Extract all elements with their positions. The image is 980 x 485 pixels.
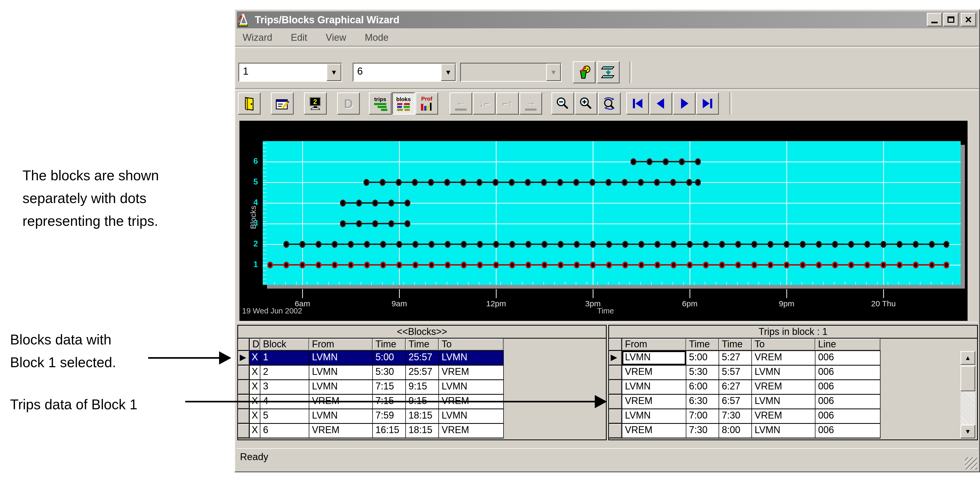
table-cell[interactable]: 7:59 — [373, 409, 406, 423]
trip-dot[interactable] — [671, 262, 676, 268]
chevron-down-icon[interactable]: ▼ — [441, 64, 456, 81]
zoom-reset-button[interactable] — [598, 93, 621, 115]
table-cell[interactable]: LVMN — [309, 380, 373, 394]
table-row[interactable]: VREM5:305:57LVMN006 — [609, 365, 881, 380]
trip-dot[interactable] — [897, 262, 902, 268]
table-cell[interactable]: X — [250, 409, 260, 423]
trip-dot[interactable] — [332, 241, 337, 248]
column-header[interactable]: To — [439, 338, 504, 350]
trip-dot[interactable] — [509, 179, 515, 186]
trip-dot[interactable] — [735, 262, 741, 268]
trip-dot[interactable] — [913, 241, 919, 248]
trip-dot[interactable] — [751, 262, 757, 268]
trip-dot[interactable] — [340, 220, 346, 227]
table-cell[interactable]: 2 — [260, 365, 309, 380]
table-cell[interactable]: 6:30 — [686, 395, 719, 408]
trip-dot[interactable] — [638, 241, 644, 248]
table-row[interactable]: ▶X1LVMN5:0025:57LVMN — [238, 351, 504, 365]
properties-button[interactable] — [271, 93, 294, 115]
row-selector[interactable] — [609, 395, 622, 408]
trip-dot[interactable] — [372, 220, 378, 227]
table-cell[interactable]: LVMN — [752, 395, 815, 408]
table-row[interactable]: LVMN6:006:27VREM006 — [609, 380, 881, 395]
resize-grip[interactable] — [965, 457, 977, 469]
trip-dot[interactable] — [267, 262, 273, 268]
table-cell[interactable]: X — [250, 365, 260, 380]
vertical-scrollbar[interactable]: ▲ ▼ — [961, 351, 975, 439]
column-header[interactable]: From — [309, 338, 373, 350]
trip-dot[interactable] — [380, 179, 385, 186]
row-selector[interactable]: ▶ — [238, 351, 250, 365]
table-cell[interactable]: VREM — [622, 424, 686, 438]
table-row[interactable]: VREM6:306:57LVMN006 — [609, 395, 881, 409]
table-cell[interactable]: 006 — [815, 380, 881, 394]
table-cell[interactable]: X — [250, 380, 260, 394]
table-cell[interactable]: 5 — [260, 409, 309, 423]
table-cell[interactable]: LVMN — [622, 409, 686, 423]
splitter[interactable] — [237, 322, 978, 325]
table-row[interactable]: X2LVMN5:3025:57VREM — [238, 365, 504, 380]
table-cell[interactable]: VREM — [752, 409, 815, 423]
table-cell[interactable]: VREM — [622, 365, 686, 380]
trip-dot[interactable] — [542, 262, 547, 268]
table-cell[interactable]: 18:15 — [406, 424, 439, 438]
trip-dot[interactable] — [751, 241, 757, 248]
table-cell[interactable]: 5:30 — [686, 365, 719, 380]
zoom-in-button[interactable] — [575, 93, 597, 115]
trip-dot[interactable] — [372, 199, 378, 206]
zoom-out-button[interactable] — [551, 93, 574, 115]
table-cell[interactable]: 7:15 — [373, 380, 406, 394]
nav-prev-button[interactable] — [649, 93, 672, 115]
table-cell[interactable]: X — [250, 351, 260, 365]
trip-dot[interactable] — [816, 241, 822, 248]
row-selector[interactable] — [238, 409, 250, 423]
trip-dot[interactable] — [404, 199, 410, 206]
row-selector[interactable] — [609, 409, 622, 423]
trip-dot[interactable] — [686, 179, 692, 186]
trip-dot[interactable] — [340, 199, 346, 206]
trip-dot[interactable] — [848, 241, 854, 248]
merge-button[interactable] — [597, 61, 620, 83]
maximize-button[interactable] — [943, 13, 959, 27]
table-cell[interactable]: LVMN — [752, 365, 815, 380]
trip-dot[interactable] — [574, 262, 580, 268]
trip-dot[interactable] — [404, 220, 410, 227]
trip-dot[interactable] — [848, 262, 854, 268]
trip-dot[interactable] — [687, 241, 693, 248]
trip-dot[interactable] — [525, 241, 531, 248]
trip-dot[interactable] — [670, 179, 676, 186]
table-row[interactable]: VREM7:308:00LVMN006 — [609, 424, 881, 439]
table-cell[interactable]: LVMN — [309, 351, 373, 365]
scroll-down-button[interactable]: ▼ — [961, 424, 975, 439]
trip-dot[interactable] — [590, 262, 596, 268]
trip-dot[interactable] — [897, 241, 902, 248]
trip-dot[interactable] — [929, 241, 935, 248]
screen-2-button[interactable]: 2 — [304, 93, 327, 115]
block-select-combo[interactable]: 1 ▼ — [239, 63, 342, 82]
trip-dot[interactable] — [735, 241, 741, 248]
trip-dot[interactable] — [768, 241, 773, 248]
trip-dot[interactable] — [832, 241, 838, 248]
trip-dot[interactable] — [316, 241, 321, 248]
plot-area[interactable] — [263, 141, 961, 285]
trip-dot[interactable] — [655, 262, 660, 268]
trip-dot[interactable] — [509, 262, 515, 268]
trips-view-button[interactable]: trips — [369, 93, 391, 115]
table-cell[interactable]: LVMN — [752, 424, 815, 438]
trip-dot[interactable] — [461, 241, 467, 248]
table-cell[interactable]: 5:30 — [373, 365, 406, 380]
trip-dot[interactable] — [864, 262, 870, 268]
trip-dot[interactable] — [412, 262, 418, 268]
table-cell[interactable]: X — [250, 424, 260, 438]
trip-dot[interactable] — [356, 199, 362, 206]
trip-dot[interactable] — [444, 179, 450, 186]
row-selector[interactable] — [609, 424, 622, 438]
trip-dot[interactable] — [299, 262, 305, 268]
table-cell[interactable]: 18:15 — [406, 409, 439, 423]
trip-dot[interactable] — [719, 241, 725, 248]
row-selector[interactable] — [238, 365, 250, 380]
trip-dot[interactable] — [557, 179, 563, 186]
trip-dot[interactable] — [558, 262, 563, 268]
table-cell[interactable]: 6:57 — [719, 395, 752, 408]
table-cell[interactable]: 006 — [815, 424, 881, 438]
